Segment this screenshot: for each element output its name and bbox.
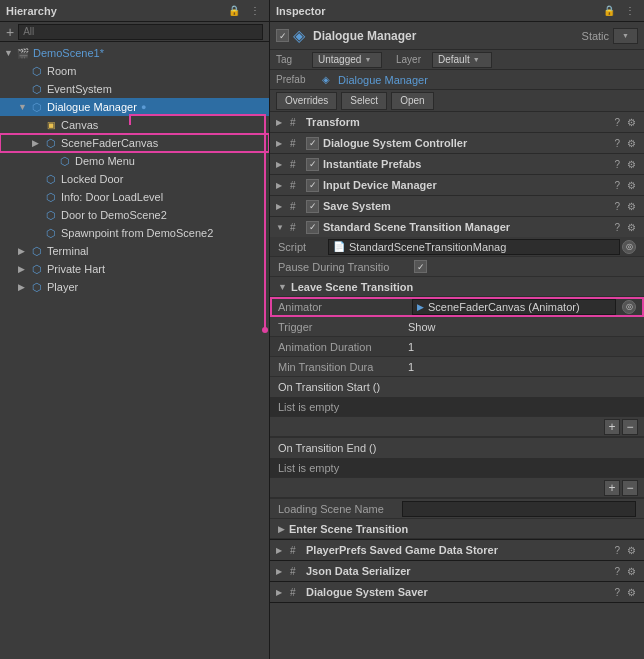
idm-help-icon[interactable]: ? — [612, 180, 622, 191]
min-transition-row: Min Transition Dura 1 — [270, 357, 644, 377]
inspector-more-icon[interactable]: ⋮ — [622, 4, 638, 17]
static-dropdown[interactable] — [613, 28, 638, 44]
ss-help-icon[interactable]: ? — [612, 201, 622, 212]
tree-item-player[interactable]: ▶ ⬡ Player — [0, 278, 269, 296]
playerprefs-settings-icon[interactable]: ⚙ — [625, 545, 638, 556]
ss-expand-icon: ▶ — [276, 202, 286, 211]
ip-settings-icon[interactable]: ⚙ — [625, 159, 638, 170]
tree-item-demo-menu[interactable]: ⬡ Demo Menu — [0, 152, 269, 170]
json-data-settings-icon[interactable]: ⚙ — [625, 566, 638, 577]
dsc-help-icon[interactable]: ? — [612, 138, 622, 149]
idm-header[interactable]: ▶ # ✓ Input Device Manager ? ⚙ — [270, 175, 644, 195]
on-transition-end-empty: List is empty — [270, 458, 644, 478]
tree-item-private-hart[interactable]: ▶ ⬡ Private Hart — [0, 260, 269, 278]
enter-scene-header[interactable]: ▶ Enter Scene Transition — [270, 519, 644, 539]
idm-expand-icon: ▶ — [276, 181, 286, 190]
gameobj-icon-player: ⬡ — [30, 280, 44, 294]
anim-duration-value: 1 — [408, 341, 636, 353]
sstm-checkbox[interactable]: ✓ — [306, 221, 319, 234]
tree-label-dm: Dialogue Manager — [47, 101, 137, 113]
sstm-help-icon[interactable]: ? — [612, 222, 622, 233]
tree-item-spawnpoint[interactable]: ⬡ Spawnpoint from DemoScene2 — [0, 224, 269, 242]
tree-label-menu: Demo Menu — [75, 155, 135, 167]
dss-settings-icon[interactable]: ⚙ — [625, 587, 638, 598]
tree-item-scene-fader[interactable]: ▶ ⬡ SceneFaderCanvas — [0, 134, 269, 152]
tree-item-dialogue-manager[interactable]: ▼ ⬡ Dialogue Manager ● — [0, 98, 269, 116]
prefab-icon: ◈ — [322, 74, 330, 85]
tree-item-door-demo[interactable]: ⬡ Door to DemoScene2 — [0, 206, 269, 224]
dsc-settings-icon[interactable]: ⚙ — [625, 138, 638, 149]
gameobj-icon-hart: ⬡ — [30, 262, 44, 276]
playerprefs-title: PlayerPrefs Saved Game Data Storer — [306, 544, 608, 556]
hierarchy-search-input[interactable] — [18, 24, 263, 40]
sstm-hash-icon: # — [290, 222, 302, 233]
tree-item-canvas[interactable]: ▣ Canvas — [0, 116, 269, 134]
playerprefs-header[interactable]: ▶ # PlayerPrefs Saved Game Data Storer ?… — [270, 540, 644, 560]
gameobj-icon-info: ⬡ — [44, 190, 58, 204]
script-file-icon: 📄 — [333, 241, 345, 252]
tree-item-info-door[interactable]: ⬡ Info: Door LoadLevel — [0, 188, 269, 206]
hierarchy-header-icons: 🔒 ⋮ — [225, 4, 263, 17]
gameobj-icon-room: ⬡ — [30, 64, 44, 78]
loading-scene-input[interactable] — [402, 501, 636, 517]
loading-scene-label: Loading Scene Name — [278, 503, 398, 515]
ss-settings-icon[interactable]: ⚙ — [625, 201, 638, 212]
layer-dropdown[interactable]: Default — [432, 52, 492, 68]
dss-expand-icon: ▶ — [276, 588, 286, 597]
overrides-button[interactable]: Overrides — [276, 92, 337, 110]
dss-help-icon[interactable]: ? — [612, 587, 622, 598]
tag-layer-row: Tag Untagged Layer Default — [270, 50, 644, 70]
tree-label-event: EventSystem — [47, 83, 112, 95]
inspector-lock-icon[interactable]: 🔒 — [600, 4, 618, 17]
transition-end-add-btn[interactable]: + — [604, 480, 620, 496]
json-data-header[interactable]: ▶ # Json Data Serializer ? ⚙ — [270, 561, 644, 581]
ip-checkbox[interactable]: ✓ — [306, 158, 319, 171]
ss-checkbox[interactable]: ✓ — [306, 200, 319, 213]
transition-start-add-btn[interactable]: + — [604, 419, 620, 435]
component-transform: ▶ # Transform ? ⚙ — [270, 112, 644, 133]
animator-value-box[interactable]: ▶ SceneFaderCanvas (Animator) — [412, 299, 616, 315]
script-circle-btn[interactable]: ◎ — [622, 240, 636, 254]
pause-checkbox[interactable]: ✓ — [414, 260, 427, 273]
transition-end-remove-btn[interactable]: − — [622, 480, 638, 496]
component-idm: ▶ # ✓ Input Device Manager ? ⚙ — [270, 175, 644, 196]
json-data-expand-icon: ▶ — [276, 567, 286, 576]
animator-circle-btn[interactable]: ◎ — [622, 300, 636, 314]
script-value: StandardSceneTransitionManag — [349, 241, 506, 253]
dss-header[interactable]: ▶ # Dialogue System Saver ? ⚙ — [270, 582, 644, 602]
idm-settings-icon[interactable]: ⚙ — [625, 180, 638, 191]
dsc-header[interactable]: ▶ # ✓ Dialogue System Controller ? ⚙ — [270, 133, 644, 153]
hierarchy-lock-icon[interactable]: 🔒 — [225, 4, 243, 17]
leave-scene-header[interactable]: ▼ Leave Scene Transition — [270, 277, 644, 297]
idm-checkbox[interactable]: ✓ — [306, 179, 319, 192]
hierarchy-more-icon[interactable]: ⋮ — [247, 4, 263, 17]
tree-item-demo-scene[interactable]: ▼ 🎬 DemoScene1* — [0, 44, 269, 62]
playerprefs-help-icon[interactable]: ? — [612, 545, 622, 556]
canvas-icon: ▣ — [44, 118, 58, 132]
tree-item-terminal[interactable]: ▶ ⬡ Terminal — [0, 242, 269, 260]
transition-start-remove-btn[interactable]: − — [622, 419, 638, 435]
transform-help-icon[interactable]: ? — [612, 117, 622, 128]
ss-title: Save System — [323, 200, 608, 212]
ip-header[interactable]: ▶ # ✓ Instantiate Prefabs ? ⚙ — [270, 154, 644, 174]
select-button[interactable]: Select — [341, 92, 387, 110]
dsc-checkbox[interactable]: ✓ — [306, 137, 319, 150]
object-active-checkbox[interactable]: ✓ — [276, 29, 289, 42]
ip-help-icon[interactable]: ? — [612, 159, 622, 170]
json-data-help-icon[interactable]: ? — [612, 566, 622, 577]
open-button[interactable]: Open — [391, 92, 433, 110]
ss-header[interactable]: ▶ # ✓ Save System ? ⚙ — [270, 196, 644, 216]
transform-title: Transform — [306, 116, 608, 128]
sstm-settings-icon[interactable]: ⚙ — [625, 222, 638, 233]
on-transition-end-title: On Transition End () — [278, 442, 376, 454]
pause-label: Pause During Transitio — [278, 261, 408, 273]
sstm-header[interactable]: ▼ # ✓ Standard Scene Transition Manager … — [270, 217, 644, 237]
tag-dropdown[interactable]: Untagged — [312, 52, 382, 68]
add-icon[interactable]: + — [6, 24, 14, 40]
tree-item-room[interactable]: ⬡ Room — [0, 62, 269, 80]
transform-header[interactable]: ▶ # Transform ? ⚙ — [270, 112, 644, 132]
prefab-label: Prefab — [276, 74, 316, 85]
tree-item-locked-door[interactable]: ⬡ Locked Door — [0, 170, 269, 188]
transform-settings-icon[interactable]: ⚙ — [625, 117, 638, 128]
tree-item-event-system[interactable]: ⬡ EventSystem — [0, 80, 269, 98]
